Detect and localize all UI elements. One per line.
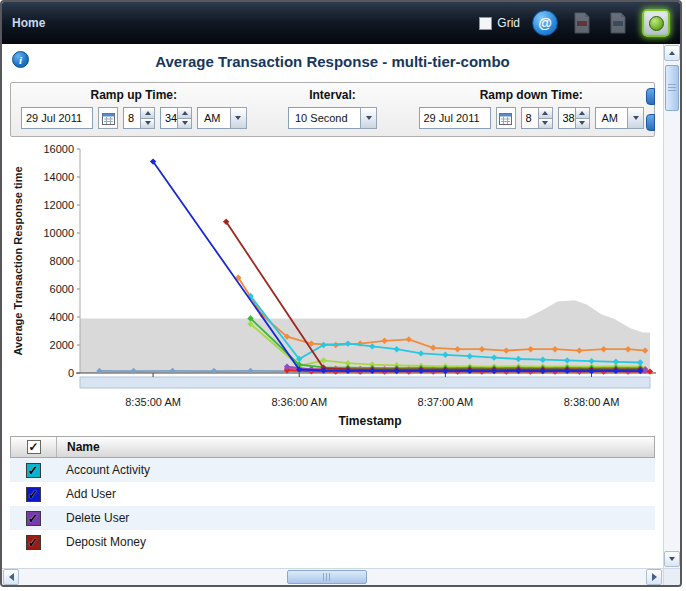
scroll-up-button[interactable] (664, 45, 680, 61)
dropdown-button[interactable] (360, 107, 377, 129)
horizontal-scroll-thumb[interactable] (287, 570, 367, 584)
y-tick-label: 6000 (50, 283, 74, 295)
down-arrow-icon (366, 116, 372, 120)
ramp-down-hour-spinner (521, 107, 553, 129)
up-arrow-icon (182, 111, 188, 115)
ramp-down-ampm-select[interactable]: AM (595, 107, 645, 129)
report-window: Home Grid @ (0, 0, 682, 587)
dropdown-button[interactable] (230, 107, 247, 129)
dropdown-button[interactable] (627, 107, 644, 129)
scroll-left-button[interactable] (3, 569, 19, 585)
spin-up-button[interactable] (538, 107, 553, 119)
legend-row[interactable]: ✓Account Activity (10, 458, 655, 482)
spin-down-button[interactable] (538, 119, 553, 130)
check-icon: ✓ (28, 464, 39, 477)
grid-checkbox[interactable] (479, 17, 492, 30)
email-report-button[interactable]: @ (532, 10, 558, 36)
interval-select[interactable]: 10 Second (288, 107, 377, 129)
legend-row[interactable]: ✓Delete User (10, 506, 655, 530)
top-toolbar: Home Grid @ (2, 2, 680, 44)
green-orb-icon (649, 16, 664, 31)
calendar-icon (499, 112, 512, 125)
down-arrow-icon (542, 121, 548, 125)
series-color-checkbox[interactable]: ✓ (26, 535, 41, 550)
ramp-up-minute-input[interactable] (160, 107, 177, 129)
select-all-checkbox[interactable]: ✓ (27, 440, 41, 454)
series-checkbox-cell: ✓ (10, 487, 56, 502)
spin-up-button[interactable] (140, 107, 155, 119)
scrollbar-corner (663, 568, 680, 585)
calendar-icon (102, 112, 115, 125)
ramp-up-hour-input[interactable] (123, 107, 140, 129)
ramp-down-minute-spinner (558, 107, 590, 129)
grid-label: Grid (497, 16, 520, 30)
left-arrow-icon (9, 573, 14, 581)
series-color-checkbox[interactable]: ✓ (26, 463, 41, 478)
panel-edge-button-bottom[interactable] (646, 114, 655, 131)
csv-document-icon (609, 12, 627, 34)
down-arrow-icon (633, 116, 639, 120)
y-tick-label: 14000 (43, 171, 74, 183)
ampm-value: AM (197, 107, 230, 129)
scroll-right-button[interactable] (646, 569, 662, 585)
ramp-up-group: Ramp up Time: (21, 88, 247, 129)
info-icon[interactable]: i (12, 51, 29, 68)
grid-checkbox-group: Grid (479, 16, 520, 30)
up-arrow-icon (669, 51, 675, 55)
horizontal-scrollbar[interactable] (2, 568, 663, 585)
check-icon: ✓ (28, 512, 39, 525)
ramp-down-date-input[interactable] (419, 107, 491, 129)
ramp-up-date-input[interactable] (21, 107, 93, 129)
report-content: i Average Transaction Response - multi-t… (2, 44, 663, 568)
ramp-up-calendar-button[interactable] (98, 107, 118, 129)
ramp-down-minute-input[interactable] (558, 107, 575, 129)
spin-down-button[interactable] (177, 119, 192, 130)
export-csv-button (606, 10, 630, 36)
spin-down-button[interactable] (140, 119, 155, 130)
series-checkbox-cell: ✓ (10, 511, 56, 526)
series-color-checkbox[interactable]: ✓ (26, 511, 41, 526)
right-arrow-icon (652, 573, 657, 581)
up-arrow-icon (542, 111, 548, 115)
y-tick-label: 16000 (43, 143, 74, 155)
check-icon: ✓ (28, 488, 39, 501)
thumb-grip (323, 573, 331, 581)
legend-rows: ✓Account Activity✓Add User✓Delete User✓D… (10, 458, 655, 554)
home-link[interactable]: Home (12, 16, 45, 30)
down-arrow-icon (579, 121, 585, 125)
report-view-button[interactable] (642, 9, 670, 37)
chart-hscroll-track[interactable] (80, 377, 650, 388)
y-tick-label: 4000 (50, 311, 74, 323)
ramp-up-ampm-select[interactable]: AM (197, 107, 247, 129)
panel-edge-button-top[interactable] (646, 88, 655, 105)
ramp-up-label: Ramp up Time: (91, 88, 177, 102)
ampm-value: AM (595, 107, 628, 129)
x-tick-label: 8:36:00 AM (271, 396, 327, 408)
thumb-grip (668, 84, 676, 92)
check-icon: ✓ (28, 441, 38, 453)
check-icon: ✓ (28, 536, 39, 549)
series-legend-table: ✓ Name ✓Account Activity✓Add User✓Delete… (10, 436, 655, 554)
series-checkbox-cell: ✓ (10, 463, 56, 478)
spin-up-button[interactable] (575, 107, 590, 119)
spin-down-button[interactable] (575, 119, 590, 130)
vertical-scrollbar[interactable] (663, 44, 680, 568)
y-tick-label: 2000 (50, 339, 74, 351)
legend-row[interactable]: ✓Add User (10, 482, 655, 506)
spin-up-button[interactable] (177, 107, 192, 119)
ramp-down-hour-input[interactable] (521, 107, 538, 129)
series-color-checkbox[interactable]: ✓ (26, 487, 41, 502)
interval-label: Interval: (309, 88, 356, 102)
ramp-down-group: Ramp down Time: (419, 88, 645, 129)
y-axis-title: Average Transaction Response time (12, 166, 24, 355)
down-arrow-icon (182, 121, 188, 125)
interval-group: Interval: 10 Second (288, 88, 377, 129)
scroll-down-button[interactable] (664, 551, 680, 567)
info-glyph: i (19, 54, 22, 66)
up-arrow-icon (145, 111, 151, 115)
down-arrow-icon (669, 557, 675, 561)
ramp-down-calendar-button[interactable] (496, 107, 516, 129)
vertical-scroll-thumb[interactable] (665, 65, 679, 111)
legend-row[interactable]: ✓Deposit Money (10, 530, 655, 554)
ramp-up-hour-spinner (123, 107, 155, 129)
